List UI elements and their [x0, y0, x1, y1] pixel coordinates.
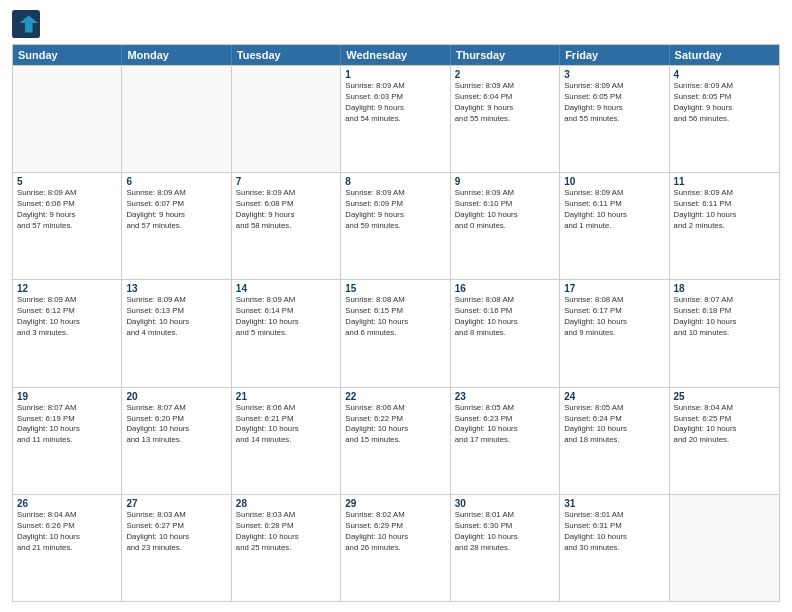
day-number: 30: [455, 498, 555, 509]
day-number: 10: [564, 176, 664, 187]
calendar-week: 1Sunrise: 8:09 AM Sunset: 6:03 PM Daylig…: [13, 65, 779, 172]
calendar-cell: 21Sunrise: 8:06 AM Sunset: 6:21 PM Dayli…: [232, 388, 341, 494]
calendar-cell: 29Sunrise: 8:02 AM Sunset: 6:29 PM Dayli…: [341, 495, 450, 601]
calendar-cell: 9Sunrise: 8:09 AM Sunset: 6:10 PM Daylig…: [451, 173, 560, 279]
calendar-cell: 16Sunrise: 8:08 AM Sunset: 6:16 PM Dayli…: [451, 280, 560, 386]
calendar-cell: 24Sunrise: 8:05 AM Sunset: 6:24 PM Dayli…: [560, 388, 669, 494]
day-info: Sunrise: 8:09 AM Sunset: 6:05 PM Dayligh…: [564, 81, 664, 125]
day-number: 15: [345, 283, 445, 294]
calendar-cell: 11Sunrise: 8:09 AM Sunset: 6:11 PM Dayli…: [670, 173, 779, 279]
calendar-cell: 7Sunrise: 8:09 AM Sunset: 6:08 PM Daylig…: [232, 173, 341, 279]
day-number: 28: [236, 498, 336, 509]
calendar-cell: 18Sunrise: 8:07 AM Sunset: 6:18 PM Dayli…: [670, 280, 779, 386]
day-number: 31: [564, 498, 664, 509]
calendar-week: 5Sunrise: 8:09 AM Sunset: 6:06 PM Daylig…: [13, 172, 779, 279]
logo-icon: [12, 10, 40, 38]
calendar-body: 1Sunrise: 8:09 AM Sunset: 6:03 PM Daylig…: [13, 65, 779, 601]
day-info: Sunrise: 8:07 AM Sunset: 6:19 PM Dayligh…: [17, 403, 117, 447]
day-info: Sunrise: 8:09 AM Sunset: 6:08 PM Dayligh…: [236, 188, 336, 232]
calendar-cell: 26Sunrise: 8:04 AM Sunset: 6:26 PM Dayli…: [13, 495, 122, 601]
calendar-cell: 4Sunrise: 8:09 AM Sunset: 6:05 PM Daylig…: [670, 66, 779, 172]
day-info: Sunrise: 8:09 AM Sunset: 6:12 PM Dayligh…: [17, 295, 117, 339]
day-info: Sunrise: 8:02 AM Sunset: 6:29 PM Dayligh…: [345, 510, 445, 554]
header: [12, 10, 780, 38]
day-number: 29: [345, 498, 445, 509]
day-number: 5: [17, 176, 117, 187]
day-number: 6: [126, 176, 226, 187]
day-info: Sunrise: 8:08 AM Sunset: 6:16 PM Dayligh…: [455, 295, 555, 339]
day-number: 17: [564, 283, 664, 294]
calendar-cell: 6Sunrise: 8:09 AM Sunset: 6:07 PM Daylig…: [122, 173, 231, 279]
calendar-header: SundayMondayTuesdayWednesdayThursdayFrid…: [13, 45, 779, 65]
day-number: 2: [455, 69, 555, 80]
day-info: Sunrise: 8:09 AM Sunset: 6:06 PM Dayligh…: [17, 188, 117, 232]
day-number: 9: [455, 176, 555, 187]
calendar-cell: 20Sunrise: 8:07 AM Sunset: 6:20 PM Dayli…: [122, 388, 231, 494]
calendar: SundayMondayTuesdayWednesdayThursdayFrid…: [12, 44, 780, 602]
calendar-cell: [13, 66, 122, 172]
day-info: Sunrise: 8:06 AM Sunset: 6:21 PM Dayligh…: [236, 403, 336, 447]
weekday-header: Sunday: [13, 45, 122, 65]
day-info: Sunrise: 8:09 AM Sunset: 6:14 PM Dayligh…: [236, 295, 336, 339]
calendar-cell: [122, 66, 231, 172]
calendar-cell: 10Sunrise: 8:09 AM Sunset: 6:11 PM Dayli…: [560, 173, 669, 279]
day-number: 22: [345, 391, 445, 402]
day-info: Sunrise: 8:09 AM Sunset: 6:13 PM Dayligh…: [126, 295, 226, 339]
day-info: Sunrise: 8:05 AM Sunset: 6:24 PM Dayligh…: [564, 403, 664, 447]
day-number: 16: [455, 283, 555, 294]
calendar-cell: 19Sunrise: 8:07 AM Sunset: 6:19 PM Dayli…: [13, 388, 122, 494]
calendar-cell: 28Sunrise: 8:03 AM Sunset: 6:28 PM Dayli…: [232, 495, 341, 601]
day-info: Sunrise: 8:08 AM Sunset: 6:15 PM Dayligh…: [345, 295, 445, 339]
day-number: 19: [17, 391, 117, 402]
day-info: Sunrise: 8:08 AM Sunset: 6:17 PM Dayligh…: [564, 295, 664, 339]
day-info: Sunrise: 8:09 AM Sunset: 6:05 PM Dayligh…: [674, 81, 775, 125]
calendar-cell: 27Sunrise: 8:03 AM Sunset: 6:27 PM Dayli…: [122, 495, 231, 601]
calendar-cell: 13Sunrise: 8:09 AM Sunset: 6:13 PM Dayli…: [122, 280, 231, 386]
calendar-cell: 31Sunrise: 8:01 AM Sunset: 6:31 PM Dayli…: [560, 495, 669, 601]
day-info: Sunrise: 8:09 AM Sunset: 6:10 PM Dayligh…: [455, 188, 555, 232]
day-number: 20: [126, 391, 226, 402]
weekday-header: Thursday: [451, 45, 560, 65]
calendar-cell: 8Sunrise: 8:09 AM Sunset: 6:09 PM Daylig…: [341, 173, 450, 279]
calendar-week: 12Sunrise: 8:09 AM Sunset: 6:12 PM Dayli…: [13, 279, 779, 386]
calendar-cell: 12Sunrise: 8:09 AM Sunset: 6:12 PM Dayli…: [13, 280, 122, 386]
day-number: 23: [455, 391, 555, 402]
calendar-cell: 25Sunrise: 8:04 AM Sunset: 6:25 PM Dayli…: [670, 388, 779, 494]
day-number: 14: [236, 283, 336, 294]
day-info: Sunrise: 8:06 AM Sunset: 6:22 PM Dayligh…: [345, 403, 445, 447]
day-number: 21: [236, 391, 336, 402]
calendar-cell: 15Sunrise: 8:08 AM Sunset: 6:15 PM Dayli…: [341, 280, 450, 386]
weekday-header: Wednesday: [341, 45, 450, 65]
calendar-cell: 30Sunrise: 8:01 AM Sunset: 6:30 PM Dayli…: [451, 495, 560, 601]
day-number: 4: [674, 69, 775, 80]
day-info: Sunrise: 8:01 AM Sunset: 6:31 PM Dayligh…: [564, 510, 664, 554]
weekday-header: Friday: [560, 45, 669, 65]
day-info: Sunrise: 8:09 AM Sunset: 6:04 PM Dayligh…: [455, 81, 555, 125]
calendar-cell: [670, 495, 779, 601]
day-info: Sunrise: 8:07 AM Sunset: 6:20 PM Dayligh…: [126, 403, 226, 447]
day-info: Sunrise: 8:03 AM Sunset: 6:28 PM Dayligh…: [236, 510, 336, 554]
day-number: 12: [17, 283, 117, 294]
day-number: 8: [345, 176, 445, 187]
calendar-cell: 3Sunrise: 8:09 AM Sunset: 6:05 PM Daylig…: [560, 66, 669, 172]
calendar-week: 26Sunrise: 8:04 AM Sunset: 6:26 PM Dayli…: [13, 494, 779, 601]
calendar-cell: 23Sunrise: 8:05 AM Sunset: 6:23 PM Dayli…: [451, 388, 560, 494]
day-number: 11: [674, 176, 775, 187]
day-info: Sunrise: 8:09 AM Sunset: 6:03 PM Dayligh…: [345, 81, 445, 125]
weekday-header: Monday: [122, 45, 231, 65]
day-number: 1: [345, 69, 445, 80]
day-number: 25: [674, 391, 775, 402]
logo: [12, 10, 44, 38]
day-info: Sunrise: 8:09 AM Sunset: 6:11 PM Dayligh…: [674, 188, 775, 232]
day-number: 3: [564, 69, 664, 80]
day-info: Sunrise: 8:03 AM Sunset: 6:27 PM Dayligh…: [126, 510, 226, 554]
calendar-cell: 22Sunrise: 8:06 AM Sunset: 6:22 PM Dayli…: [341, 388, 450, 494]
day-number: 18: [674, 283, 775, 294]
day-number: 27: [126, 498, 226, 509]
day-info: Sunrise: 8:01 AM Sunset: 6:30 PM Dayligh…: [455, 510, 555, 554]
calendar-cell: 1Sunrise: 8:09 AM Sunset: 6:03 PM Daylig…: [341, 66, 450, 172]
calendar-cell: 17Sunrise: 8:08 AM Sunset: 6:17 PM Dayli…: [560, 280, 669, 386]
weekday-header: Tuesday: [232, 45, 341, 65]
day-info: Sunrise: 8:04 AM Sunset: 6:25 PM Dayligh…: [674, 403, 775, 447]
calendar-cell: [232, 66, 341, 172]
